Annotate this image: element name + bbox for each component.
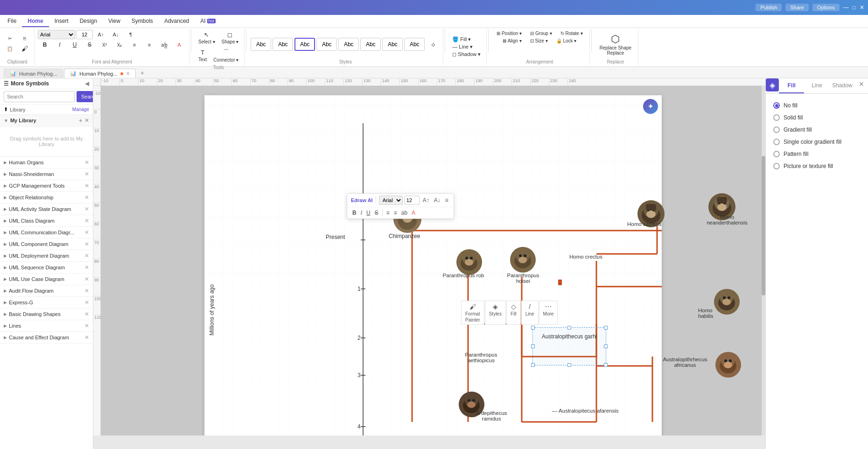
sidebar-item-uml-activity[interactable]: ▶ UML Activity State Diagram ✕ bbox=[0, 203, 93, 215]
fill-option-pattern[interactable]: Pattern fill bbox=[771, 148, 862, 160]
add-library-button[interactable]: + bbox=[79, 117, 83, 124]
float-strikethrough[interactable]: S bbox=[373, 209, 380, 217]
float-baseline[interactable]: ab bbox=[400, 209, 409, 217]
sidebar-collapse-button[interactable]: ◀ bbox=[85, 80, 89, 87]
tab-view[interactable]: View bbox=[103, 16, 126, 27]
right-tab-line[interactable]: Line bbox=[804, 78, 829, 93]
right-tab-shadow[interactable]: Shadow bbox=[830, 78, 855, 93]
sidebar-item-object[interactable]: ▶ Object Relationship ✕ bbox=[0, 192, 93, 203]
font-size-input[interactable] bbox=[76, 30, 93, 39]
sidebar-item-uml-deploy[interactable]: ▶ UML Deployment Diagram ✕ bbox=[0, 250, 93, 262]
close-icon[interactable]: ✕ bbox=[84, 159, 89, 166]
group-button[interactable]: ⊟ Group ▾ bbox=[526, 30, 555, 37]
scroll-thumb-vertical[interactable] bbox=[762, 156, 765, 296]
select-button[interactable]: ↖ Select ▾ bbox=[196, 30, 218, 46]
list-button[interactable]: ≡ bbox=[142, 41, 156, 49]
close-icon[interactable]: ✕ bbox=[84, 311, 89, 317]
float-underline[interactable]: U bbox=[365, 209, 372, 217]
close-icon[interactable]: ✕ bbox=[84, 217, 89, 224]
format-painter-button[interactable]: 🖌 Format Painter bbox=[461, 301, 484, 325]
doc-tab-2[interactable]: 📊 Human Phylog... ✕ bbox=[64, 69, 135, 78]
tab-insert[interactable]: Insert bbox=[49, 16, 74, 27]
float-increase-font[interactable]: A↑ bbox=[421, 196, 431, 204]
close-icon[interactable]: ✕ bbox=[84, 171, 89, 177]
sidebar-item-nassi[interactable]: ▶ Nassi-Shneiderman ✕ bbox=[0, 168, 93, 180]
replace-shape-button[interactable]: ⬡ Replace Shape Replace bbox=[596, 31, 635, 57]
style-swatch-4[interactable]: Abc bbox=[316, 38, 337, 51]
close-icon[interactable]: ✕ bbox=[84, 323, 89, 329]
tab-ai[interactable]: AI hot bbox=[195, 16, 221, 27]
position-button[interactable]: ⊞ Position ▾ bbox=[493, 30, 525, 37]
search-input[interactable] bbox=[4, 91, 75, 102]
fill-option-gradient[interactable]: Gradient fill bbox=[771, 124, 862, 136]
size-button[interactable]: ⊡ Size ▾ bbox=[526, 37, 552, 44]
tab-home[interactable]: Home bbox=[22, 16, 49, 27]
publish-button[interactable]: Publish bbox=[756, 4, 782, 11]
maximize-button[interactable]: □ bbox=[853, 4, 856, 11]
sidebar-item-cause[interactable]: ▶ Cause and Effect Diagram ✕ bbox=[0, 332, 93, 344]
connector-button[interactable]: ⌒ Connector ▾ bbox=[210, 47, 241, 64]
close-icon[interactable]: ✕ bbox=[84, 206, 89, 212]
lock-button[interactable]: 🔒 Lock ▾ bbox=[553, 37, 581, 44]
float-bold[interactable]: B bbox=[351, 209, 358, 217]
align-button-r[interactable]: ⊠ Align ▾ bbox=[499, 37, 525, 44]
close-icon[interactable]: ✕ bbox=[84, 334, 89, 341]
sidebar-item-lines[interactable]: ▶ Lines ✕ bbox=[0, 320, 93, 332]
float-italic[interactable]: I bbox=[359, 209, 364, 217]
float-bullet[interactable]: ≡ bbox=[385, 209, 391, 217]
fill-button[interactable]: ◇ Fill bbox=[506, 301, 521, 325]
sidebar-item-uml-seq[interactable]: ▶ UML Sequence Diagram ✕ bbox=[0, 262, 93, 274]
sidebar-item-basic-drawing[interactable]: ▶ Basic Drawing Shapes ✕ bbox=[0, 309, 93, 320]
minimize-button[interactable]: — bbox=[843, 4, 849, 11]
style-swatch-6[interactable]: Abc bbox=[360, 38, 381, 51]
tab-symbols[interactable]: Symbols bbox=[126, 16, 159, 27]
tab-file[interactable]: File bbox=[2, 16, 22, 27]
add-tab-button[interactable]: + bbox=[137, 68, 148, 78]
style-swatch-5[interactable]: Abc bbox=[338, 38, 359, 51]
options-button[interactable]: Options bbox=[812, 4, 840, 11]
canvas-scrollbar-vertical[interactable] bbox=[762, 86, 765, 435]
style-swatch-8[interactable]: Abc bbox=[404, 38, 425, 51]
rotate-button[interactable]: ↻ Rotate ▾ bbox=[557, 30, 587, 37]
tab-design[interactable]: Design bbox=[74, 16, 103, 27]
increase-font-button[interactable]: A↑ bbox=[94, 31, 108, 38]
bold-button[interactable]: B bbox=[38, 40, 52, 49]
font-family-select[interactable]: Arial bbox=[38, 30, 75, 39]
close-icon[interactable]: ✕ bbox=[84, 182, 89, 189]
styles-expand-button[interactable]: ⬦ bbox=[426, 38, 440, 50]
sidebar-item-uml-class[interactable]: ▶ UML Class Diagram ✕ bbox=[0, 215, 93, 227]
float-font-size[interactable] bbox=[405, 196, 420, 205]
style-swatch-3[interactable]: Abc bbox=[294, 38, 315, 51]
float-font-select[interactable]: Arial bbox=[379, 196, 403, 205]
highlight-button[interactable]: ab̲ bbox=[157, 41, 171, 49]
italic-button[interactable]: I bbox=[53, 40, 67, 49]
fill-dropdown-button[interactable]: 🪣 Fill ▾ bbox=[449, 36, 483, 43]
close-library-button[interactable]: ✕ bbox=[84, 117, 89, 124]
paste-button[interactable]: 📋 bbox=[3, 45, 17, 53]
sidebar-item-uml-component[interactable]: ▶ UML Component Diagram ✕ bbox=[0, 239, 93, 250]
close-icon[interactable]: ✕ bbox=[84, 241, 89, 247]
close-icon[interactable]: ✕ bbox=[84, 229, 89, 236]
fill-option-picture[interactable]: Picture or texture fill bbox=[771, 160, 862, 172]
close-icon[interactable]: ✕ bbox=[84, 276, 89, 282]
sidebar-item-express[interactable]: ▶ Express-G ✕ bbox=[0, 297, 93, 309]
decrease-font-button[interactable]: A↓ bbox=[109, 31, 123, 38]
close-icon[interactable]: ✕ bbox=[84, 299, 89, 306]
canvas-area[interactable]: -10 0 10 20 30 40 50 60 70 80 90 100 110… bbox=[93, 78, 765, 449]
underline-button[interactable]: U bbox=[68, 40, 82, 49]
sidebar-item-gcp[interactable]: ▶ GCP Management Tools ✕ bbox=[0, 180, 93, 192]
subscript-button[interactable]: X₂ bbox=[112, 41, 126, 49]
copy-button[interactable]: ⎘ bbox=[18, 35, 32, 42]
style-swatch-7[interactable]: Abc bbox=[382, 38, 403, 51]
line-button[interactable]: / Line bbox=[521, 301, 539, 325]
format-painter-button[interactable]: 🖌 bbox=[18, 43, 32, 54]
fill-option-none[interactable]: No fill bbox=[771, 99, 862, 112]
close-icon[interactable]: ✕ bbox=[84, 253, 89, 259]
close-icon[interactable]: ✕ bbox=[84, 194, 89, 201]
superscript-button[interactable]: X² bbox=[98, 41, 112, 49]
more-button[interactable]: ⋯ More bbox=[539, 301, 558, 325]
shadow-dropdown-button[interactable]: ◻ Shadow ▾ bbox=[449, 51, 483, 58]
shape-button[interactable]: ◻ Shape ▾ bbox=[219, 30, 242, 46]
text-button[interactable]: T Text bbox=[196, 48, 210, 63]
line-dropdown-button[interactable]: — Line ▾ bbox=[449, 43, 483, 50]
